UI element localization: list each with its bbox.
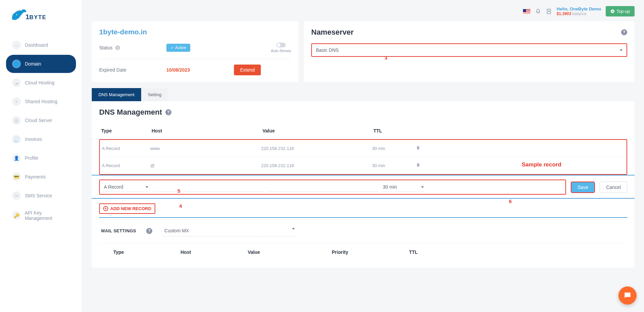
- sidebar-item-sms[interactable]: ✉SMS Service: [6, 187, 76, 205]
- mail-settings-row: MAIL SETTINGS ? Custom MX: [92, 225, 635, 243]
- cell-host: @: [150, 163, 261, 168]
- annotation-3: 3: [385, 55, 387, 61]
- file-icon: 🧾: [12, 135, 21, 144]
- domain-card: 1byte-demo.in Status i Active Auto Renew: [92, 21, 298, 82]
- chevron-down-icon: [620, 49, 622, 51]
- topup-button[interactable]: $ Top-up: [606, 6, 635, 16]
- sms-icon: ✉: [12, 191, 21, 200]
- delete-button[interactable]: [416, 145, 436, 151]
- sidebar-item-cloud-server[interactable]: ▤Cloud Server: [6, 111, 76, 129]
- cloud-icon: ☁: [12, 78, 21, 87]
- col-ttl: TTL: [409, 249, 443, 255]
- greeting-text: Hello, OneByte Demo: [557, 6, 601, 11]
- mail-table-header: Type Host Value Priority TTL: [99, 243, 627, 261]
- main-content: Hello, OneByte Demo $1.3903 balance $ To…: [82, 0, 644, 312]
- sidebar-item-domain[interactable]: 🌐Domain: [6, 55, 76, 73]
- new-record-value-input[interactable]: [267, 183, 378, 192]
- dns-table-header: Type Host Value TTL: [92, 123, 635, 139]
- balance-value: $1.3903: [557, 11, 571, 16]
- new-record-row: A Record 30 min Save Cancel: [92, 175, 635, 199]
- sidebar-item-profile[interactable]: 👤Profile: [6, 149, 76, 167]
- nav-label: SMS Service: [25, 193, 52, 198]
- status-badge: Active: [166, 44, 190, 52]
- topbar: Hello, OneByte Demo $1.3903 balance $ To…: [92, 6, 635, 16]
- balance-label: balance: [572, 11, 587, 16]
- tab-dns-management[interactable]: DNS Management: [92, 88, 141, 101]
- server-icon: ≡: [12, 97, 21, 106]
- cancel-button[interactable]: Cancel: [600, 182, 627, 193]
- info-icon[interactable]: i: [115, 45, 120, 50]
- help-icon[interactable]: ?: [621, 29, 627, 35]
- user-greeting-block: Hello, OneByte Demo $1.3903 balance: [557, 6, 601, 16]
- download-icon[interactable]: [546, 8, 552, 14]
- status-label: Status i: [99, 45, 166, 50]
- sidebar-item-invoices[interactable]: 🧾Invoices: [6, 130, 76, 148]
- trash-icon: [416, 145, 420, 150]
- nav-label: Cloud Hosting: [25, 80, 54, 85]
- col-ttl: TTL: [373, 128, 417, 133]
- svg-text:BYTE: BYTE: [29, 14, 46, 21]
- home-icon: ⌂: [12, 41, 21, 49]
- bell-icon[interactable]: [535, 8, 541, 14]
- annotation-4: 4: [179, 203, 182, 209]
- trash-icon: [416, 162, 420, 167]
- globe-icon: 🌐: [12, 60, 21, 68]
- sidebar-item-shared-hosting[interactable]: ≡Shared Hosting: [6, 92, 76, 111]
- nameserver-value: Basic DNS: [316, 47, 339, 53]
- cell-ttl: 30 min: [372, 163, 416, 168]
- delete-button[interactable]: [416, 162, 436, 168]
- col-host: Host: [152, 128, 263, 133]
- new-record-host-input[interactable]: [153, 183, 264, 192]
- nav-label: Dashboard: [25, 42, 48, 48]
- new-record-type-select[interactable]: A Record: [103, 182, 150, 192]
- check-icon: [170, 46, 174, 49]
- extend-button[interactable]: Extend: [234, 65, 261, 75]
- chat-button[interactable]: [618, 286, 637, 305]
- nav-label: Cloud Server: [25, 118, 52, 123]
- sidebar: 1 BYTE ⌂Dashboard 🌐Domain ☁Cloud Hosting…: [0, 0, 82, 312]
- divider: [99, 217, 627, 218]
- add-new-record-label: ADD NEW RECORD: [110, 206, 151, 211]
- cell-ttl: 30 min: [372, 146, 416, 151]
- nav-label: Invoices: [25, 136, 42, 142]
- flag-icon[interactable]: [523, 9, 530, 14]
- cell-type: A Record: [102, 163, 150, 168]
- add-new-record-button[interactable]: + ADD NEW RECORD: [99, 203, 155, 214]
- logo-icon: 1 BYTE: [10, 7, 54, 25]
- sidebar-item-dashboard[interactable]: ⌂Dashboard: [6, 36, 76, 54]
- annotation-5: 5: [177, 188, 180, 194]
- svg-text:1: 1: [26, 13, 29, 21]
- expired-label: Expired Date: [99, 67, 166, 73]
- sidebar-item-cloud-hosting[interactable]: ☁Cloud Hosting: [6, 74, 76, 92]
- auto-renew-label: Auto Renew: [271, 49, 291, 53]
- col-priority: Priority: [332, 249, 409, 255]
- auto-renew-toggle[interactable]: [276, 43, 286, 47]
- nav-label: Profile: [25, 155, 38, 161]
- cell-value: 220.158.232.118: [261, 146, 372, 151]
- user-icon: 👤: [12, 154, 21, 162]
- balance-line: $1.3903 balance: [557, 11, 601, 16]
- new-record-ttl-select[interactable]: 30 min: [381, 182, 425, 192]
- chat-icon: [623, 291, 632, 300]
- svg-point-0: [16, 14, 17, 15]
- help-icon[interactable]: ?: [165, 109, 171, 115]
- sidebar-item-payments[interactable]: 💳Payments: [6, 168, 76, 186]
- wallet-icon: 💳: [12, 172, 21, 181]
- nav-label: Shared Hosting: [25, 99, 57, 104]
- tab-setting[interactable]: Setting: [141, 88, 168, 101]
- col-host: Host: [180, 249, 248, 255]
- nav-label: Payments: [25, 174, 46, 180]
- logo[interactable]: 1 BYTE: [0, 7, 82, 35]
- nameserver-select[interactable]: Basic DNS: [311, 43, 627, 57]
- save-button[interactable]: Save: [571, 182, 595, 193]
- sidebar-item-api-key[interactable]: 🔑API Key Management: [6, 205, 76, 226]
- mail-settings-select[interactable]: Custom MX: [162, 225, 297, 236]
- chevron-down-icon: [292, 228, 295, 230]
- nav-label: Domain: [25, 61, 41, 67]
- mail-settings-label: MAIL SETTINGS: [101, 228, 136, 233]
- cell-type: A Record: [102, 146, 150, 151]
- chevron-down-icon: [146, 186, 148, 188]
- col-value: Value: [263, 128, 373, 133]
- dns-table: Type Host Value TTL A Record www 220.158…: [92, 123, 635, 261]
- help-icon[interactable]: ?: [146, 228, 152, 234]
